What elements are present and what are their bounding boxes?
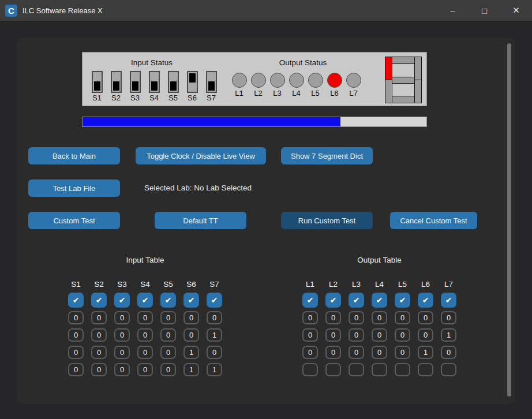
input-cell[interactable]: 0 — [160, 311, 176, 324]
input-cell[interactable]: 0 — [207, 346, 222, 359]
toggle-switch-s3[interactable]: S3 — [128, 71, 143, 102]
output-cell[interactable]: 0 — [302, 328, 318, 342]
input-checkbox[interactable]: ✔ — [183, 293, 199, 308]
input-column-header: S5 — [160, 280, 176, 289]
output-column-header: L3 — [349, 280, 364, 289]
show-7-segment-dict-button[interactable]: Show 7 Segment Dict — [281, 147, 373, 164]
input-cell[interactable]: 0 — [68, 346, 84, 359]
maximize-button[interactable]: □ — [469, 0, 500, 21]
progress-bar — [82, 117, 427, 127]
close-button[interactable]: ✕ — [500, 0, 532, 21]
output-cell[interactable]: 0 — [372, 328, 387, 342]
input-cell[interactable]: 0 — [91, 311, 107, 324]
input-cell[interactable]: 0 — [68, 311, 84, 324]
output-cell[interactable]: 1 — [441, 328, 456, 342]
back-to-main-button[interactable]: Back to Main — [28, 147, 120, 164]
input-checkbox[interactable]: ✔ — [91, 293, 107, 308]
input-checkbox[interactable]: ✔ — [207, 293, 222, 308]
input-cell[interactable]: 1 — [183, 346, 199, 359]
input-cell[interactable]: 1 — [207, 328, 222, 342]
input-cell[interactable]: 1 — [183, 363, 199, 376]
output-cell[interactable] — [418, 363, 433, 376]
switches-row: S1S2S3S4S5S6S7 — [89, 71, 219, 102]
input-cell[interactable]: 1 — [207, 363, 222, 376]
toggle-switch-s1[interactable]: S1 — [89, 71, 104, 102]
output-cell[interactable]: 0 — [325, 328, 341, 342]
input-cell[interactable]: 0 — [137, 328, 153, 342]
output-cell[interactable] — [395, 363, 410, 376]
output-cell[interactable]: 0 — [372, 311, 387, 324]
input-cell[interactable]: 0 — [68, 363, 84, 376]
segment-bottom-right — [414, 80, 422, 103]
input-checkbox[interactable]: ✔ — [114, 293, 130, 308]
toggle-clock-button[interactable]: Toggle Clock / Disable Live View — [136, 147, 266, 164]
output-cell[interactable]: 0 — [325, 346, 341, 359]
input-checkbox[interactable]: ✔ — [137, 293, 153, 308]
input-cell[interactable]: 0 — [160, 363, 176, 376]
input-cell[interactable]: 0 — [68, 328, 84, 342]
output-checkbox[interactable]: ✔ — [395, 293, 410, 308]
output-cell[interactable] — [302, 363, 318, 376]
output-cell[interactable]: 1 — [418, 346, 433, 359]
output-checkbox[interactable]: ✔ — [441, 293, 456, 308]
output-table-row: 0000010 — [302, 346, 456, 359]
input-cell[interactable]: 0 — [160, 328, 176, 342]
output-cell[interactable]: 0 — [372, 346, 387, 359]
input-cell[interactable]: 0 — [160, 346, 176, 359]
output-cell[interactable]: 0 — [441, 346, 456, 359]
run-custom-test-button[interactable]: Run Custom Test — [281, 212, 373, 229]
output-checkbox-row: ✔✔✔✔✔✔✔ — [302, 293, 456, 308]
cancel-custom-test-button[interactable]: Cancel Custom Test — [390, 212, 477, 229]
output-cell[interactable]: 0 — [325, 311, 341, 324]
toggle-switch-s2[interactable]: S2 — [108, 71, 123, 102]
toggle-switch-s6[interactable]: S6 — [185, 71, 200, 102]
input-cell[interactable]: 0 — [91, 346, 107, 359]
input-cell[interactable]: 0 — [207, 311, 222, 324]
output-checkbox[interactable]: ✔ — [325, 293, 341, 308]
output-checkbox[interactable]: ✔ — [418, 293, 433, 308]
input-table-row: 0000010 — [68, 346, 222, 359]
input-cell[interactable]: 0 — [137, 346, 153, 359]
output-checkbox[interactable]: ✔ — [372, 293, 387, 308]
output-cell[interactable]: 0 — [418, 328, 433, 342]
output-cell[interactable]: 0 — [349, 311, 364, 324]
toggle-switch-s4[interactable]: S4 — [147, 71, 162, 102]
output-cell[interactable] — [325, 363, 341, 376]
titlebar: C ILC Software Release X – □ ✕ — [0, 0, 532, 21]
default-tt-button[interactable]: Default TT — [155, 212, 246, 229]
output-cell[interactable] — [372, 363, 387, 376]
input-cell[interactable]: 0 — [91, 363, 107, 376]
input-cell[interactable]: 0 — [114, 311, 130, 324]
input-cell[interactable]: 0 — [114, 363, 130, 376]
input-cell[interactable]: 0 — [137, 311, 153, 324]
output-cell[interactable]: 0 — [349, 346, 364, 359]
output-checkbox[interactable]: ✔ — [302, 293, 318, 308]
output-cell[interactable]: 0 — [302, 311, 318, 324]
output-cell[interactable]: 0 — [302, 346, 318, 359]
input-cell[interactable]: 0 — [183, 311, 199, 324]
input-cell[interactable]: 0 — [114, 346, 130, 359]
output-checkbox[interactable]: ✔ — [349, 293, 364, 308]
output-cell[interactable] — [349, 363, 364, 376]
output-cell[interactable] — [441, 363, 456, 376]
input-checkbox[interactable]: ✔ — [68, 293, 84, 308]
toggle-switch-s5[interactable]: S5 — [166, 71, 181, 102]
custom-test-button[interactable]: Custom Test — [28, 212, 120, 229]
vertical-scrollbar-thumb[interactable] — [507, 43, 511, 396]
switch-knob — [113, 81, 119, 91]
app-window: C ILC Software Release X – □ ✕ Input Sta… — [0, 0, 532, 419]
input-checkbox[interactable]: ✔ — [160, 293, 176, 308]
minimize-button[interactable]: – — [437, 0, 469, 21]
toggle-switch-s7[interactable]: S7 — [204, 71, 219, 102]
output-cell[interactable]: 0 — [395, 328, 410, 342]
output-cell[interactable]: 0 — [395, 346, 410, 359]
input-cell[interactable]: 0 — [91, 328, 107, 342]
output-cell[interactable]: 0 — [441, 311, 456, 324]
test-lab-file-button[interactable]: Test Lab File — [28, 179, 120, 197]
output-cell[interactable]: 0 — [349, 328, 364, 342]
input-cell[interactable]: 0 — [114, 328, 130, 342]
output-cell[interactable]: 0 — [418, 311, 433, 324]
input-cell[interactable]: 0 — [137, 363, 153, 376]
input-cell[interactable]: 0 — [183, 328, 199, 342]
output-cell[interactable]: 0 — [395, 311, 410, 324]
